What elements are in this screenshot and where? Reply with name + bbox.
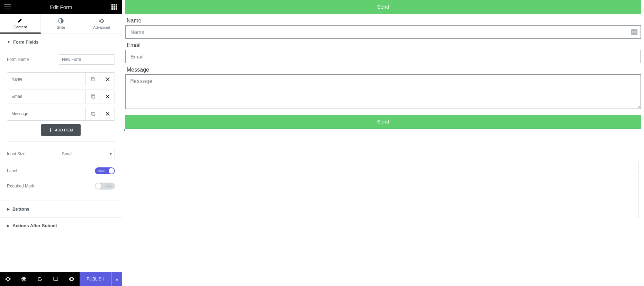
field-name[interactable]: Name [7, 73, 85, 86]
section-form-fields: ▼ Form Fields Form Name Name [0, 34, 122, 201]
form-group-message: Message [125, 63, 641, 110]
send-button-bottom[interactable]: Send [125, 115, 641, 129]
input-size-select[interactable]: Small ▾ [59, 149, 115, 159]
publish-button[interactable]: PUBLISH ▴ [80, 272, 122, 286]
pencil-icon [17, 18, 23, 23]
section-title: Form Fields [13, 39, 39, 45]
duplicate-icon[interactable] [85, 90, 100, 103]
navigator-icon[interactable] [16, 272, 32, 286]
field-item: Message [7, 107, 115, 121]
tab-label: Content [13, 25, 27, 29]
section-header-after-submit[interactable]: ▶ Actions After Submit [0, 218, 122, 234]
remove-icon[interactable] [100, 73, 115, 86]
required-mark-label: Required Mark [7, 184, 34, 188]
field-list: Name Email [7, 72, 115, 121]
caret-right-icon: ▶ [7, 224, 10, 228]
required-mark-toggle[interactable]: Hide [95, 183, 115, 190]
svg-rect-19 [54, 277, 58, 280]
name-input[interactable] [125, 25, 641, 39]
section-title: Actions After Submit [12, 223, 57, 228]
label-label: Label [7, 168, 17, 173]
form-group-email: Email [125, 39, 641, 63]
input-size-value: Small [62, 151, 72, 156]
name-label: Name [125, 14, 641, 25]
panel-title: Edit Form [11, 4, 111, 10]
bottom-bar: PUBLISH ▴ [0, 272, 122, 286]
svg-rect-7 [114, 6, 115, 8]
svg-rect-4 [114, 4, 115, 6]
email-input[interactable] [125, 50, 641, 63]
caret-up-icon[interactable]: ▴ [111, 272, 122, 286]
tab-label: Style [57, 25, 65, 29]
gear-icon [99, 18, 105, 24]
contrast-icon [58, 18, 64, 24]
svg-rect-6 [111, 6, 113, 8]
chevron-down-icon: ▾ [110, 151, 112, 156]
field-name[interactable]: Message [7, 107, 85, 120]
history-icon[interactable] [32, 272, 48, 286]
preview-icon[interactable] [64, 272, 80, 286]
apps-icon[interactable] [111, 3, 118, 10]
remove-icon[interactable] [100, 90, 115, 103]
duplicate-icon[interactable] [85, 107, 100, 120]
svg-rect-2 [4, 9, 11, 9]
svg-rect-14 [92, 78, 95, 81]
empty-section-dropzone[interactable] [128, 162, 638, 217]
form-widget[interactable]: Name ••• Email Message Send [125, 14, 641, 129]
input-size-row: Input Size Small ▾ [7, 141, 115, 163]
svg-rect-10 [114, 8, 115, 10]
message-textarea[interactable] [125, 74, 641, 109]
responsive-icon[interactable] [48, 272, 64, 286]
form-name-label: Form Name [7, 57, 29, 62]
caret-right-icon: ▶ [7, 207, 10, 211]
label-row: Label Show [7, 163, 115, 178]
preview-canvas: Send Name ••• Email Message Send [122, 0, 644, 286]
required-mark-row: Required Mark Hide [7, 178, 115, 194]
svg-rect-8 [116, 6, 117, 8]
add-item-button[interactable]: ADD ITEM [41, 124, 81, 136]
svg-rect-0 [4, 4, 11, 5]
field-name[interactable]: Email [7, 90, 85, 103]
email-label: Email [125, 39, 641, 50]
collapse-sidebar-handle[interactable]: ◂ [122, 123, 126, 137]
plus-icon [49, 128, 52, 132]
svg-rect-11 [116, 8, 117, 10]
toggle-text: Hide [107, 185, 112, 188]
svg-rect-18 [92, 113, 95, 116]
svg-rect-16 [92, 95, 95, 98]
svg-rect-5 [116, 4, 117, 6]
section-actions-after-submit: ▶ Actions After Submit [0, 218, 122, 234]
tab-content[interactable]: Content [0, 14, 41, 34]
toggle-knob [109, 168, 114, 174]
field-item: Name [7, 72, 115, 86]
tab-advanced[interactable]: Advanced [81, 14, 122, 34]
input-size-label: Input Size [7, 151, 25, 156]
settings-icon[interactable] [0, 272, 16, 286]
toggle-text: Show [98, 169, 105, 173]
form-name-input[interactable] [59, 54, 115, 65]
tab-label: Advanced [93, 25, 110, 29]
form-name-row: Form Name [7, 50, 115, 69]
add-item-label: ADD ITEM [55, 128, 73, 132]
section-title: Buttons [12, 206, 29, 212]
message-label: Message [125, 63, 641, 74]
svg-rect-20 [55, 281, 57, 281]
label-toggle[interactable]: Show [95, 167, 115, 174]
section-header-form-fields[interactable]: ▼ Form Fields [0, 34, 122, 50]
publish-label: PUBLISH [80, 277, 111, 282]
sidebar-header: Edit Form [0, 0, 122, 14]
send-button-top[interactable]: Send [125, 0, 641, 14]
section-buttons: ▶ Buttons [0, 201, 122, 218]
caret-down-icon: ▼ [7, 40, 10, 44]
field-item: Email [7, 90, 115, 103]
menu-icon[interactable] [4, 3, 11, 10]
svg-rect-1 [4, 7, 11, 7]
autofill-badge-icon[interactable]: ••• [631, 29, 637, 35]
toggle-knob [96, 183, 101, 189]
tab-style[interactable]: Style [41, 14, 82, 34]
svg-rect-9 [111, 8, 113, 10]
form-group-name: Name ••• [125, 14, 641, 39]
remove-icon[interactable] [100, 107, 115, 120]
duplicate-icon[interactable] [85, 73, 100, 86]
section-header-buttons[interactable]: ▶ Buttons [0, 201, 122, 217]
